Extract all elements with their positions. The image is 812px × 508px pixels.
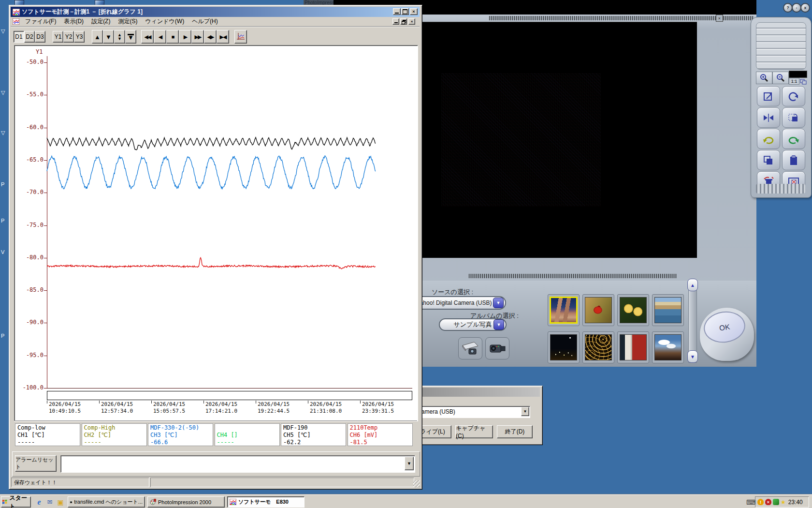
stop-button[interactable]: ■: [166, 30, 179, 44]
internet-explorer-icon[interactable]: e: [35, 498, 44, 506]
scroll-down-button[interactable]: ▼: [687, 350, 698, 363]
mail-icon[interactable]: ✉: [45, 498, 54, 506]
help-button[interactable]: ?: [783, 3, 793, 13]
resize-grip[interactable]: [413, 480, 420, 487]
thumbnail-yellow-flowers[interactable]: [620, 297, 647, 323]
thumbnail-gold-light-spiral[interactable]: [585, 334, 612, 360]
toolbar-data-D3[interactable]: D3: [35, 31, 45, 43]
thumbnail-cell[interactable]: [617, 294, 649, 326]
minimize-button[interactable]: [393, 8, 401, 15]
compress-time-button[interactable]: ▶◀: [217, 30, 229, 44]
mdi-close-button[interactable]: ×: [408, 18, 415, 25]
x-tick-mark: [308, 401, 308, 403]
step-forward-button[interactable]: ▶: [179, 30, 191, 44]
windows-logo-icon: [1, 499, 8, 505]
close-button[interactable]: x: [800, 3, 810, 13]
toolbar-axis-Y2[interactable]: Y2: [63, 31, 74, 43]
camera-source-button[interactable]: [485, 337, 509, 359]
thumbnail-cell[interactable]: [548, 331, 580, 363]
close-preview-icon[interactable]: ×: [716, 15, 723, 22]
resize-button[interactable]: [757, 86, 780, 106]
thumbnail-night-city[interactable]: [550, 334, 577, 360]
thumbnail-lighthouse[interactable]: [620, 334, 647, 360]
mdi-minimize-button[interactable]: [392, 18, 399, 25]
thumbnail-cell[interactable]: [582, 331, 614, 363]
undo-button[interactable]: [757, 129, 780, 149]
device-icon[interactable]: [773, 499, 779, 505]
task-softthermo[interactable]: ソフトサーモ E830: [227, 496, 304, 508]
taskbar: スタート e ✉ ▣ C: transfile.cmd へのショート... Ph…: [0, 494, 812, 508]
menu-1[interactable]: 表示(D): [60, 17, 87, 26]
compress-vertical-button[interactable]: ▼: [125, 30, 136, 44]
step-back-button[interactable]: ◀: [154, 30, 166, 44]
folder-icon[interactable]: ▣: [56, 498, 65, 506]
thumbnail-cell[interactable]: [582, 294, 614, 326]
zoom-in-button[interactable]: [756, 72, 772, 84]
error-shield-icon[interactable]: ×: [765, 499, 771, 505]
clock[interactable]: 23:40: [788, 499, 803, 506]
scroll-up-button[interactable]: ▲: [687, 279, 698, 291]
photo-canvas[interactable]: [395, 22, 697, 258]
mdi-restore-button[interactable]: [400, 18, 407, 25]
chevron-down-icon[interactable]: ▼: [405, 457, 414, 470]
flip-horizontal-button[interactable]: [757, 107, 780, 128]
exit-button[interactable]: 終了(D): [497, 425, 533, 438]
chevron-down-icon[interactable]: ▼: [493, 298, 504, 308]
copy-icon: [762, 155, 775, 166]
thumbnail-red-cardinal[interactable]: [585, 297, 612, 323]
toolbar-axis-Y1[interactable]: Y1: [53, 31, 63, 43]
cascade-windows-icon[interactable]: [800, 78, 807, 84]
mdi-child-icon[interactable]: [13, 18, 19, 25]
thumbnail-cell[interactable]: [617, 331, 649, 363]
task-photoimpression[interactable]: PhotoImpression 2000: [147, 496, 225, 508]
album-dropdown[interactable]: サンプル写真 ▼: [439, 318, 507, 331]
menu-3[interactable]: 測定(S): [114, 17, 141, 26]
maximize-button[interactable]: [401, 8, 409, 15]
star-icon[interactable]: ★: [781, 499, 786, 506]
toolbar-axis-Y3[interactable]: Y3: [74, 31, 85, 43]
scroll-down-button[interactable]: ▼: [103, 30, 114, 44]
close-button[interactable]: ×: [410, 8, 418, 15]
capture-button[interactable]: キャプチャ(C): [455, 425, 493, 438]
fit-vertical-button[interactable]: ▲▼: [114, 30, 125, 44]
chevron-down-icon[interactable]: ▼: [521, 407, 529, 416]
paste-button[interactable]: [782, 150, 805, 170]
rewind-button[interactable]: ◀◀: [141, 30, 154, 44]
warning-shield-icon[interactable]: !: [757, 499, 764, 505]
chevron-down-icon[interactable]: ▼: [493, 319, 504, 330]
scanner-source-button[interactable]: [458, 337, 482, 359]
thumbnail-cell[interactable]: [652, 331, 684, 363]
minimize-button[interactable]: -: [792, 3, 801, 13]
menu-2[interactable]: 設定(Z): [87, 17, 114, 26]
toolbar-data-D2[interactable]: D2: [24, 31, 35, 43]
menu-5[interactable]: ヘルプ(H): [188, 17, 222, 26]
pan-range-box[interactable]: [47, 391, 412, 400]
menu-4[interactable]: ウィンドウ(W): [141, 17, 188, 26]
zoom-out-button[interactable]: [772, 72, 789, 84]
rotate-button[interactable]: [782, 86, 805, 106]
alarm-message-combobox[interactable]: ▼: [60, 455, 415, 473]
toolbar-data-D1[interactable]: D1: [14, 31, 24, 43]
thumbnail-clouds-over-hills[interactable]: [654, 334, 682, 360]
crop-rotate-button[interactable]: [782, 107, 805, 128]
graph-settings-button[interactable]: [234, 30, 247, 44]
actual-size-button[interactable]: 1:1: [789, 78, 799, 85]
scroll-up-button[interactable]: ▲: [92, 30, 103, 44]
fast-forward-button[interactable]: ▶▶: [191, 30, 204, 44]
menu-0[interactable]: ファイル(F): [21, 17, 60, 26]
thumbnail-cell[interactable]: [548, 294, 580, 326]
window-titlebar[interactable]: ソフトサーモ計測－計測1 － [折れ線グラフ 1] ×: [11, 7, 420, 17]
task-transfile-cmd[interactable]: C: transfile.cmd へのショート...: [68, 496, 145, 508]
filmstrip-ruler-bottom: [469, 274, 677, 278]
copy-button[interactable]: [757, 150, 780, 170]
thumbnail-cell[interactable]: [652, 294, 684, 326]
palette-grip[interactable]: [756, 22, 806, 70]
thumbnail-rock-spires[interactable]: [550, 297, 578, 324]
redo-button[interactable]: [782, 129, 805, 149]
alarm-reset-button[interactable]: アラームリセット: [15, 455, 57, 472]
thumbnail-harbor-town[interactable]: [654, 297, 682, 323]
expand-time-button[interactable]: ◀▶: [204, 30, 217, 44]
start-button[interactable]: スタート: [1, 496, 31, 508]
x-tick-label: 2026/04/1517:14:21.0: [205, 401, 237, 415]
menu-items: ファイル(F)表示(D)設定(Z)測定(S)ウィンドウ(W)ヘルプ(H): [21, 17, 222, 26]
